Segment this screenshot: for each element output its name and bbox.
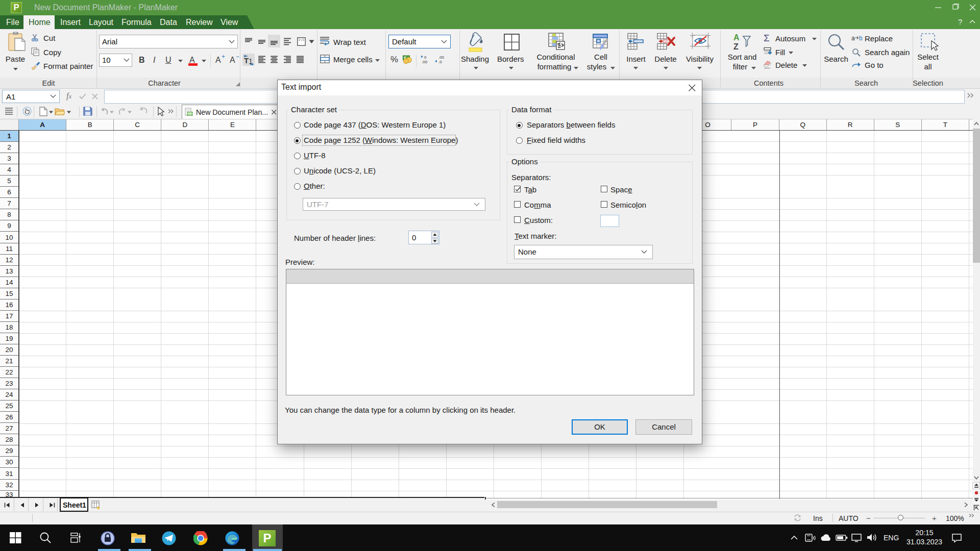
- svg-text:.00: .00: [422, 60, 428, 64]
- svg-text:A: A: [733, 33, 740, 42]
- svg-text:0: 0: [424, 55, 427, 60]
- svg-text:.0: .0: [438, 60, 442, 64]
- svg-text:b: b: [859, 35, 863, 42]
- svg-text:Z: Z: [733, 42, 739, 51]
- svg-text:.00: .00: [438, 55, 444, 60]
- svg-text:T: T: [244, 56, 249, 65]
- svg-text:+: +: [96, 504, 101, 510]
- svg-text:a: a: [851, 35, 855, 42]
